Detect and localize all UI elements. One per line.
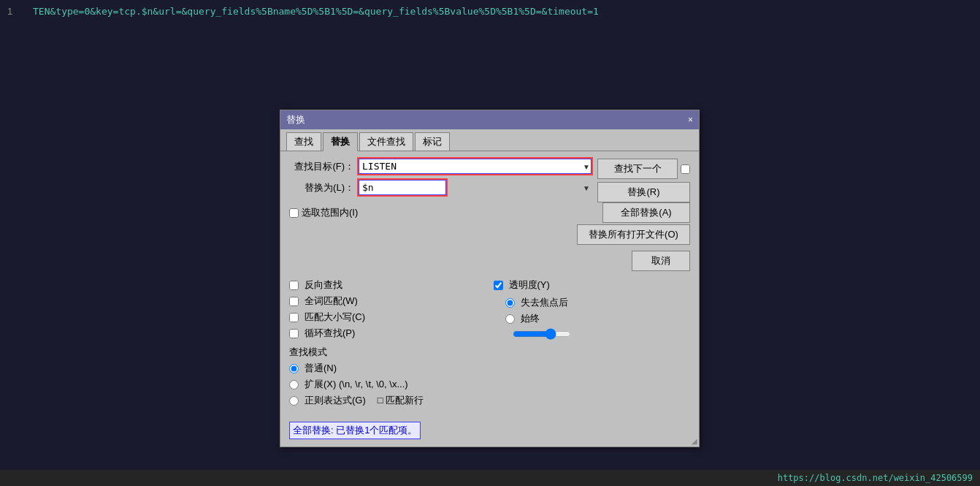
replace-button[interactable]: 替换(R)	[597, 182, 690, 202]
mode-extended-radio[interactable]	[289, 380, 299, 390]
middle-row: 选取范围内(I) 全部替换(A)	[289, 202, 690, 223]
find-input-wrapper: ▼	[359, 159, 592, 174]
select-range-checkbox[interactable]	[289, 208, 299, 218]
dialog-close-button[interactable]: ×	[688, 115, 693, 125]
top-buttons: 查找下一个 替换(R)	[597, 159, 690, 202]
status-area: 全部替换: 已替换1个匹配项。	[289, 416, 690, 439]
replace-all-button[interactable]: 全部替换(A)	[602, 202, 690, 223]
form-inputs: 查找目标(F)： ▼ 替换为(L)： ▼	[289, 159, 592, 201]
dialog-title: 替换	[286, 113, 305, 126]
dialog-titlebar: 替换 ×	[280, 110, 699, 129]
transparency-on-focus-lost-row: 失去焦点后	[505, 296, 691, 309]
select-range-label: 选取范围内(I)	[302, 206, 358, 219]
replace-dialog: 替换 × 查找 替换 文件查找 标记	[280, 110, 700, 447]
dialog-content: 查找目标(F)： ▼ 替换为(L)： ▼	[280, 151, 699, 447]
mode-normal-row: 普通(N)	[289, 362, 486, 375]
find-next-button[interactable]: 查找下一个	[597, 159, 678, 179]
find-input[interactable]	[359, 159, 592, 174]
transparency-always-radio[interactable]	[505, 314, 515, 324]
mode-regex-row: 正则表达式(G) □ 匹配新行	[289, 394, 486, 407]
whole-word-checkbox-row: 全词匹配(W)	[289, 295, 486, 308]
transparency-focus-lost-label: 失去焦点后	[521, 296, 568, 309]
reverse-checkbox[interactable]	[289, 281, 299, 290]
mode-normal-radio[interactable]	[289, 364, 299, 373]
transparency-always-label: 始终	[521, 312, 540, 325]
transparency-label: 透明度(Y)	[509, 278, 550, 292]
replace-row: 替换为(L)： ▼	[289, 180, 592, 195]
mode-extended-row: 扩展(X) (\n, \r, \t, \0, \x...)	[289, 378, 486, 391]
replace-all-open-button[interactable]: 替换所有打开文件(O)	[577, 224, 690, 245]
resize-handle[interactable]: ◢	[692, 437, 697, 445]
reverse-checkbox-row: 反向查找	[289, 278, 486, 292]
middle-row-left: 选取范围内(I)	[289, 206, 358, 219]
match-case-checkbox[interactable]	[289, 313, 299, 322]
transparency-options: 失去焦点后 始终	[505, 296, 691, 340]
transparency-slider-row	[505, 328, 691, 340]
find-label: 查找目标(F)：	[289, 160, 359, 173]
find-row: 查找目标(F)： ▼	[289, 159, 592, 174]
wrap-around-checkbox-row: 循环查找(P)	[289, 327, 486, 340]
wrap-around-label: 循环查找(P)	[305, 327, 355, 340]
search-mode-section: 查找模式 普通(N) 扩展(X) (\n, \r, \t, \0, \x...)…	[289, 346, 486, 407]
top-form-area: 查找目标(F)： ▼ 替换为(L)： ▼	[289, 159, 690, 202]
tab-find[interactable]: 查找	[286, 132, 321, 151]
mode-regex-label: 正则表达式(G)	[305, 394, 366, 407]
find-next-checkbox[interactable]	[681, 164, 690, 174]
match-case-label: 匹配大小写(C)	[305, 311, 365, 324]
transparency-focus-lost-radio[interactable]	[505, 298, 515, 308]
wrap-around-checkbox[interactable]	[289, 329, 299, 338]
replace-dropdown-arrow: ▼	[583, 183, 590, 191]
cancel-button[interactable]: 取消	[632, 251, 690, 271]
dialog-overlay: 替换 × 查找 替换 文件查找 标记	[0, 0, 980, 486]
options-col: 反向查找 全词匹配(W) 匹配大小写(C) 循环查找(P)	[289, 278, 486, 410]
replace-input[interactable]	[359, 180, 446, 195]
whole-word-label: 全词匹配(W)	[305, 295, 358, 308]
transparency-checkbox[interactable]	[494, 281, 503, 290]
tab-replace[interactable]: 替换	[323, 132, 358, 151]
transparency-col: 透明度(Y) 失去焦点后 始终	[494, 278, 691, 410]
dialog-tabs: 查找 替换 文件查找 标记	[280, 129, 699, 151]
tab-file-find[interactable]: 文件查找	[359, 132, 413, 151]
dialog-status-text: 全部替换: 已替换1个匹配项。	[289, 422, 421, 439]
tab-mark[interactable]: 标记	[415, 132, 450, 151]
reverse-label: 反向查找	[305, 278, 342, 292]
mode-regex-radio[interactable]	[289, 396, 299, 406]
whole-word-checkbox[interactable]	[289, 297, 299, 306]
mode-normal-label: 普通(N)	[305, 362, 337, 375]
search-mode-title: 查找模式	[289, 346, 486, 359]
match-case-checkbox-row: 匹配大小写(C)	[289, 311, 486, 324]
transparency-slider[interactable]	[513, 328, 571, 340]
mode-extended-label: 扩展(X) (\n, \r, \t, \0, \x...)	[305, 378, 408, 391]
lower-section: 反向查找 全词匹配(W) 匹配大小写(C) 循环查找(P)	[289, 278, 690, 410]
match-newline-label: □ 匹配新行	[378, 394, 424, 407]
transparency-checkbox-row: 透明度(Y)	[494, 278, 691, 292]
replace-label: 替换为(L)：	[289, 181, 359, 194]
replace-input-wrapper: ▼	[359, 180, 592, 195]
transparency-always-row: 始终	[505, 312, 691, 325]
